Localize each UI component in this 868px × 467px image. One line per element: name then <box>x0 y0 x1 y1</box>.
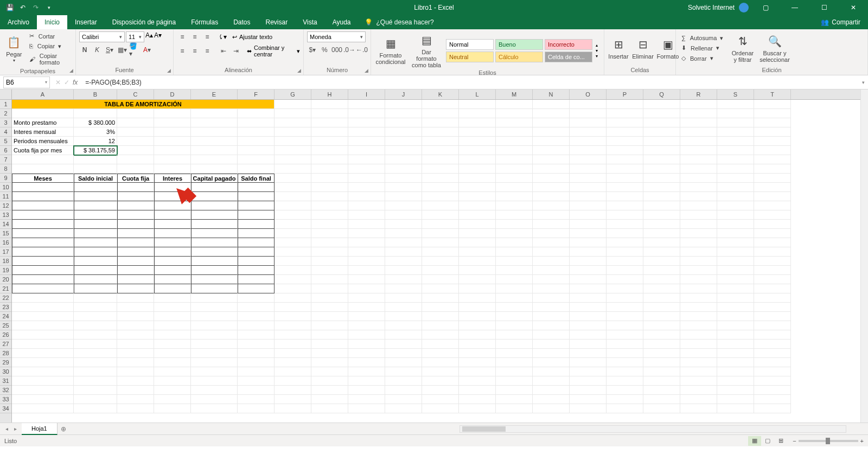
cell[interactable] <box>680 395 717 404</box>
cell[interactable] <box>12 376 74 386</box>
row-header-20[interactable]: 20 <box>0 275 11 284</box>
cell[interactable] <box>74 395 117 404</box>
cell[interactable] <box>717 100 754 109</box>
cell[interactable] <box>311 340 348 349</box>
cell[interactable] <box>754 293 791 303</box>
col-header-S[interactable]: S <box>717 89 754 99</box>
formula-input[interactable]: =-PAGO(B4;B5;B3) <box>82 79 859 86</box>
cell[interactable] <box>533 100 570 109</box>
cell[interactable] <box>275 192 311 201</box>
cell[interactable] <box>311 349 348 358</box>
cell[interactable] <box>275 146 311 155</box>
currency-icon[interactable]: $▾ <box>307 44 318 55</box>
cell[interactable] <box>154 284 191 293</box>
percent-icon[interactable]: % <box>320 44 330 55</box>
cell[interactable] <box>275 210 311 220</box>
cell[interactable] <box>348 376 385 386</box>
cell[interactable] <box>533 284 570 293</box>
cell[interactable] <box>570 395 607 404</box>
cell[interactable]: Interes <box>154 174 191 183</box>
cell[interactable] <box>533 183 570 192</box>
cell[interactable]: Cuota fija <box>117 174 154 183</box>
cell[interactable] <box>191 404 238 413</box>
cell[interactable] <box>12 201 74 210</box>
cell[interactable] <box>275 127 311 137</box>
cell[interactable] <box>385 340 422 349</box>
copy-button[interactable]: ⎘Copiar ▾ <box>27 42 72 50</box>
cell[interactable] <box>643 275 680 284</box>
cell[interactable] <box>275 174 311 183</box>
col-header-F[interactable]: F <box>238 89 275 99</box>
col-header-T[interactable]: T <box>754 89 791 99</box>
cell[interactable] <box>754 367 791 376</box>
cell[interactable] <box>154 358 191 367</box>
cell[interactable] <box>570 210 607 220</box>
page-break-view-icon[interactable]: ⊞ <box>774 436 787 446</box>
cell[interactable] <box>607 164 643 174</box>
cell[interactable] <box>385 321 422 330</box>
cell[interactable] <box>680 330 717 340</box>
row-header-21[interactable]: 21 <box>0 284 11 293</box>
cell[interactable] <box>311 367 348 376</box>
cell[interactable] <box>238 358 275 367</box>
row-header-16[interactable]: 16 <box>0 238 11 247</box>
cell[interactable] <box>191 340 238 349</box>
cell[interactable] <box>717 146 754 155</box>
cell[interactable] <box>238 257 275 266</box>
cell[interactable] <box>570 358 607 367</box>
col-header-P[interactable]: P <box>607 89 643 99</box>
cell[interactable] <box>12 395 74 404</box>
cell[interactable] <box>533 404 570 413</box>
row-header-2[interactable]: 2 <box>0 109 11 118</box>
cell[interactable] <box>680 109 717 118</box>
row-header-10[interactable]: 10 <box>0 183 11 192</box>
cell[interactable] <box>117 266 154 275</box>
cell[interactable] <box>74 229 117 238</box>
styles-up-icon[interactable]: ▴ <box>596 43 598 48</box>
cell[interactable]: Monto prestamo <box>12 118 74 127</box>
cell[interactable] <box>717 275 754 284</box>
cell[interactable] <box>643 358 680 367</box>
cell[interactable] <box>496 220 533 229</box>
cell[interactable] <box>570 293 607 303</box>
cell[interactable] <box>348 118 385 127</box>
cell[interactable] <box>275 303 311 312</box>
cell[interactable] <box>238 137 275 146</box>
cell[interactable] <box>459 293 496 303</box>
tab-archivo[interactable]: Archivo <box>0 15 37 29</box>
cell[interactable] <box>12 210 74 220</box>
cell[interactable] <box>74 220 117 229</box>
horizontal-scrollbar[interactable] <box>459 425 846 433</box>
cell[interactable] <box>422 293 459 303</box>
page-layout-view-icon[interactable]: ▢ <box>761 436 774 446</box>
cell[interactable] <box>607 303 643 312</box>
delete-cells-button[interactable]: ⊟Eliminar <box>631 36 654 61</box>
cell[interactable] <box>117 340 154 349</box>
cell[interactable] <box>311 321 348 330</box>
cell[interactable] <box>680 349 717 358</box>
cell[interactable] <box>717 404 754 413</box>
zoom-out-icon[interactable]: − <box>793 438 796 444</box>
cell[interactable] <box>74 321 117 330</box>
cell[interactable] <box>422 201 459 210</box>
col-header-C[interactable]: C <box>117 89 154 99</box>
cell[interactable] <box>459 127 496 137</box>
row-header-34[interactable]: 34 <box>0 404 11 413</box>
cell[interactable] <box>117 275 154 284</box>
cell[interactable] <box>459 146 496 155</box>
cell[interactable] <box>570 118 607 127</box>
cell[interactable] <box>348 404 385 413</box>
cell[interactable] <box>348 395 385 404</box>
cell[interactable] <box>117 183 154 192</box>
cell[interactable] <box>422 229 459 238</box>
cell[interactable] <box>607 201 643 210</box>
cell[interactable] <box>238 127 275 137</box>
cell[interactable]: Interes mensual <box>12 127 74 137</box>
tab-inicio[interactable]: Inicio <box>37 15 67 29</box>
cell[interactable] <box>154 247 191 257</box>
cell[interactable] <box>275 367 311 376</box>
cell[interactable] <box>717 340 754 349</box>
cell[interactable] <box>643 146 680 155</box>
cell[interactable] <box>12 109 74 118</box>
vertical-scrollbar[interactable] <box>860 89 868 423</box>
